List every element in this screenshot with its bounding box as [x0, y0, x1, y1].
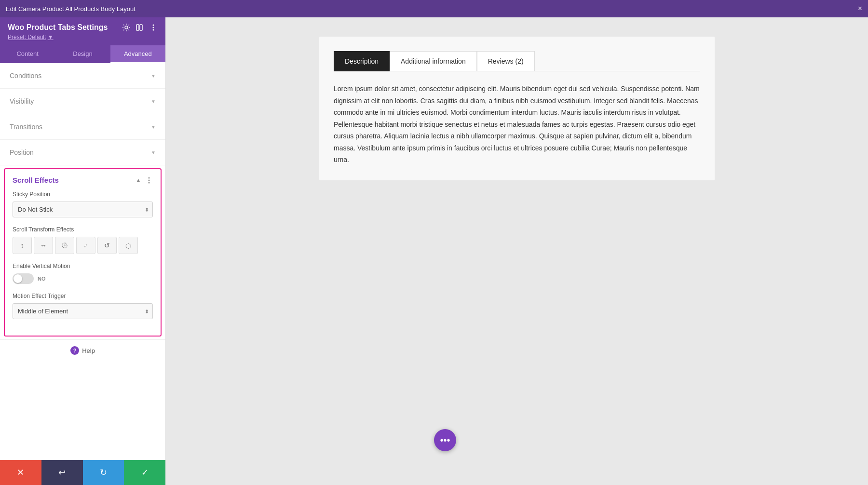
svg-point-4 [153, 27, 154, 28]
sticky-position-label: Sticky Position [13, 191, 153, 198]
svg-point-10 [64, 244, 66, 246]
position-chevron [151, 149, 156, 156]
svg-point-0 [125, 26, 128, 29]
fab-button[interactable]: ••• [434, 429, 456, 451]
scroll-transform-label: Scroll Transform Effects [13, 226, 153, 233]
toggle-no-label: NO [38, 276, 46, 282]
accordion-transitions: Transitions [0, 114, 165, 140]
transform-horizontal-btn[interactable]: ↔ [34, 237, 53, 254]
svg-point-6 [149, 177, 150, 178]
save-icon: ✓ [141, 467, 149, 478]
settings-icon[interactable] [122, 23, 131, 32]
sidebar-header-icons [122, 23, 158, 32]
toggle-knob [14, 274, 22, 283]
top-bar-title: Edit Camera Product All Products Body La… [6, 5, 136, 13]
transform-rotate-btn[interactable]: ↺ [97, 237, 117, 254]
motion-trigger-select[interactable]: Middle of Element Top of Element Bottom … [13, 303, 153, 319]
bottom-bar: ✕ ↩ ↻ ✓ [0, 460, 165, 485]
sidebar-title: Woo Product Tabs Settings [8, 23, 108, 32]
motion-trigger-select-wrapper: Middle of Element Top of Element Bottom … [13, 303, 153, 319]
conditions-chevron [151, 72, 156, 79]
accordion-transitions-header[interactable]: Transitions [0, 114, 165, 139]
undo-icon: ↩ [58, 467, 66, 478]
tab-content[interactable]: Content [0, 45, 55, 63]
transform-opacity-btn[interactable]: ◌ [119, 237, 138, 254]
more-options-icon[interactable] [149, 23, 158, 32]
scroll-effects-body: Sticky Position Do Not Stick Stick to To… [5, 191, 161, 336]
save-button[interactable]: ✓ [124, 460, 165, 485]
motion-trigger-group: Motion Effect Trigger Middle of Element … [13, 293, 153, 319]
top-bar: Edit Camera Product All Products Body La… [0, 0, 868, 17]
sidebar: Woo Product Tabs Settings [0, 17, 166, 485]
accordion-position: Position [0, 140, 165, 165]
sidebar-header-top: Woo Product Tabs Settings [8, 23, 158, 32]
undo-button[interactable]: ↩ [41, 460, 83, 485]
scroll-effects-header-icons: ▲ [136, 176, 153, 184]
sticky-position-select[interactable]: Do Not Stick Stick to Top Stick to Botto… [13, 202, 153, 217]
help-button[interactable]: ? Help [70, 346, 95, 355]
svg-point-5 [153, 29, 154, 31]
position-label: Position [10, 148, 34, 156]
scroll-effects-collapse-icon[interactable]: ▲ [136, 177, 141, 184]
sidebar-header: Woo Product Tabs Settings [0, 17, 165, 45]
fab-icon: ••• [440, 435, 450, 446]
redo-icon: ↻ [100, 467, 107, 478]
tab-description[interactable]: Description [334, 51, 390, 71]
redo-button[interactable]: ↻ [83, 460, 124, 485]
svg-point-8 [149, 182, 150, 183]
transform-icons-row: ↕ ↔ ⟋ ↺ ◌ [13, 237, 153, 254]
scroll-effects-title: Scroll Effects [13, 176, 59, 184]
tab-additional-info[interactable]: Additional information [390, 51, 477, 71]
svg-point-3 [153, 25, 154, 26]
accordion-conditions: Conditions [0, 63, 165, 89]
sticky-position-group: Sticky Position Do Not Stick Stick to To… [13, 191, 153, 217]
product-card: Description Additional information Revie… [319, 37, 715, 180]
columns-icon[interactable] [136, 23, 144, 32]
visibility-chevron [151, 98, 156, 105]
accordion-position-header[interactable]: Position [0, 140, 165, 165]
scroll-effects-more-icon[interactable] [145, 176, 153, 184]
sticky-position-select-wrapper: Do Not Stick Stick to Top Stick to Botto… [13, 202, 153, 217]
tab-advanced[interactable]: Advanced [110, 45, 165, 63]
help-icon: ? [70, 346, 79, 355]
sidebar-content: Conditions Visibility Transitions [0, 63, 165, 460]
sidebar-tabs: Content Design Advanced [0, 45, 165, 63]
scroll-effects-section: Scroll Effects ▲ Sticky Position [4, 168, 162, 337]
vertical-motion-toggle[interactable] [13, 273, 34, 284]
sidebar-footer: ? Help [0, 339, 165, 361]
sidebar-preset[interactable]: Preset: Default ▼ [8, 34, 158, 40]
svg-rect-2 [140, 25, 142, 30]
help-label: Help [82, 347, 95, 354]
conditions-label: Conditions [10, 72, 41, 80]
vertical-motion-label: Enable Vertical Motion [13, 263, 153, 269]
accordion-visibility: Visibility [0, 89, 165, 114]
svg-rect-1 [136, 25, 139, 30]
tab-design[interactable]: Design [55, 45, 110, 63]
top-bar-close-button[interactable]: × [858, 4, 862, 13]
main-layout: Woo Product Tabs Settings [0, 17, 868, 485]
transform-vertical-btn[interactable]: ↕ [13, 237, 32, 254]
close-button[interactable]: ✕ [0, 460, 41, 485]
accordion-visibility-header[interactable]: Visibility [0, 89, 165, 114]
scroll-transform-group: Scroll Transform Effects ↕ ↔ ⟋ [13, 226, 153, 254]
vertical-motion-group: Enable Vertical Motion NO [13, 263, 153, 284]
tab-reviews[interactable]: Reviews (2) [477, 51, 535, 71]
accordion-conditions-header[interactable]: Conditions [0, 63, 165, 88]
transitions-label: Transitions [10, 123, 42, 131]
motion-trigger-label: Motion Effect Trigger [13, 293, 153, 299]
transform-blur-btn[interactable] [55, 237, 74, 254]
toggle-row: NO [13, 273, 153, 284]
transitions-chevron [151, 123, 156, 130]
tabs-nav: Description Additional information Revie… [334, 51, 700, 71]
tab-content-body: Lorem ipsum dolor sit amet, consectetur … [334, 83, 700, 166]
transform-skew-btn[interactable]: ⟋ [76, 237, 95, 254]
svg-point-7 [149, 179, 150, 181]
close-icon: ✕ [17, 467, 24, 478]
content-area: Description Additional information Revie… [166, 17, 868, 485]
visibility-label: Visibility [10, 97, 34, 105]
scroll-effects-header[interactable]: Scroll Effects ▲ [5, 169, 161, 191]
